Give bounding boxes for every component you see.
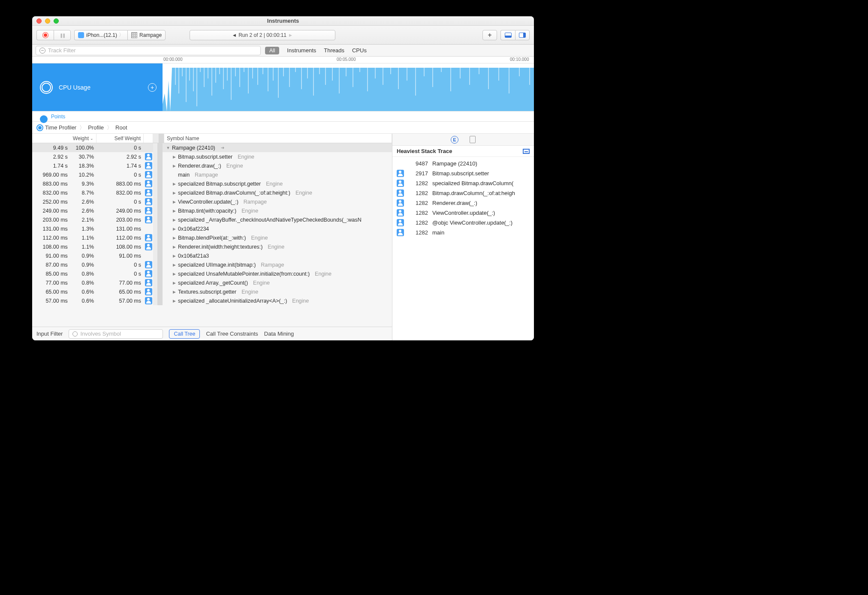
disclosure-triangle-icon[interactable]: ▶	[172, 182, 176, 186]
disclosure-triangle-icon[interactable]: ▶	[172, 254, 176, 258]
cpu-waveform[interactable]	[163, 63, 534, 111]
table-row[interactable]: 9.49 s100.0%0 s▼Rampage (22410)➜	[32, 143, 392, 152]
disclosure-triangle-icon[interactable]: ▶	[172, 200, 176, 204]
table-row[interactable]: 969.00 ms10.2%0 smainRampage	[32, 170, 392, 179]
disclosure-triangle-icon[interactable]: ▶	[172, 155, 176, 159]
toolbar: iPhon...(12.1)〉 Rampage ◀ Run 2 of 2 | 0…	[32, 26, 534, 45]
list-item[interactable]: 1282main	[392, 228, 534, 237]
user-code-icon	[145, 288, 152, 295]
window-title: Instruments	[32, 18, 534, 24]
scope-all[interactable]: All	[265, 47, 279, 54]
table-row[interactable]: 57.00 ms0.6%57.00 ms▶specialized _alloca…	[32, 296, 392, 305]
crumb-time-profiler[interactable]: Time Profiler	[45, 124, 76, 131]
scope-cpus[interactable]: CPUs	[352, 47, 367, 54]
timeline-ruler[interactable]: 00:00.000 00:05.000 00:10.000	[32, 57, 534, 63]
user-code-icon	[145, 243, 152, 250]
table-row[interactable]: 77.00 ms0.8%77.00 ms▶specialized Array._…	[32, 278, 392, 287]
user-code-icon	[145, 261, 152, 268]
table-row[interactable]: 108.00 ms1.1%108.00 ms▶Renderer.init(wid…	[32, 242, 392, 251]
disclosure-triangle-icon[interactable]: ▶	[172, 272, 176, 276]
inspector-header: Heaviest Stack Trace	[392, 146, 534, 157]
stack-icon[interactable]	[523, 149, 530, 154]
table-row[interactable]: 91.00 ms0.9%91.00 ms▶0x106af21a3	[32, 251, 392, 260]
involves-symbol-input[interactable]: Involves Symbol	[69, 329, 163, 339]
annotation-icon[interactable]: ➜	[220, 145, 226, 151]
next-run-icon[interactable]: ▶	[289, 33, 292, 37]
col-self-weight[interactable]: Self Weight	[96, 134, 144, 143]
add-track-icon[interactable]: +	[148, 83, 157, 92]
table-row[interactable]: 203.00 ms2.1%203.00 ms▶specialized _Arra…	[32, 215, 392, 224]
extended-detail-tab[interactable]: E	[451, 136, 458, 144]
table-row[interactable]: 832.00 ms8.7%832.00 ms▶specialized Bitma…	[32, 188, 392, 197]
device-selector[interactable]: iPhon...(12.1)〉	[74, 30, 127, 40]
titlebar: Instruments	[32, 16, 534, 26]
profiler-icon	[36, 124, 43, 131]
list-item[interactable]: 1282specialized Bitmap.drawColumn(	[392, 178, 534, 188]
col-weight[interactable]: Weight⌄	[32, 134, 96, 143]
list-item[interactable]: 9487Rampage (22410)	[392, 159, 534, 168]
disclosure-triangle-icon[interactable]: ▶	[172, 191, 176, 195]
table-row[interactable]: 1.74 s18.3%1.74 s▶Renderer.draw(_:)Engin…	[32, 161, 392, 170]
disclosure-triangle-icon[interactable]: ▶	[172, 281, 176, 285]
panel-toggle-segment	[500, 30, 530, 40]
tracks-area: CPU Usage +	[32, 63, 534, 122]
scope-instruments[interactable]: Instruments	[287, 47, 316, 54]
list-item[interactable]: 1282ViewController.update(_:)	[392, 208, 534, 218]
table-row[interactable]: 2.92 s30.7%2.92 s▶Bitmap.subscript.sette…	[32, 152, 392, 161]
disclosure-triangle-icon[interactable]: ▶	[172, 245, 176, 249]
call-tree-table: Weight⌄ Self Weight Symbol Name 9.49 s10…	[32, 134, 392, 340]
disclosure-triangle-icon[interactable]: ▶	[172, 299, 176, 303]
user-code-icon	[145, 207, 152, 214]
disclosure-triangle-icon[interactable]: ▶	[172, 227, 176, 231]
call-tree-constraints-button[interactable]: Call Tree Constraints	[206, 331, 258, 337]
points-track[interactable]: Points	[32, 111, 534, 122]
instruments-window: Instruments iPhon...(12.1)〉 Rampage ◀ Ru…	[32, 16, 534, 340]
list-item[interactable]: 2917Bitmap.subscript.setter	[392, 168, 534, 178]
table-row[interactable]: 131.00 ms1.3%131.00 ms▶0x106af2234	[32, 224, 392, 233]
col-symbol[interactable]: Symbol Name	[164, 134, 392, 143]
cpu-usage-track[interactable]: CPU Usage +	[32, 63, 534, 111]
disclosure-triangle-icon[interactable]: ▶	[172, 290, 176, 294]
table-row[interactable]: 112.00 ms1.1%112.00 ms▶Bitmap.blendPixel…	[32, 233, 392, 242]
list-item[interactable]: 1282Bitmap.drawColumn(_:of:at:heigh	[392, 188, 534, 198]
add-button[interactable]: +	[482, 30, 497, 40]
table-row[interactable]: 883.00 ms9.3%883.00 ms▶specialized Bitma…	[32, 179, 392, 188]
col-icon	[144, 134, 153, 143]
device-icon	[78, 32, 84, 38]
disclosure-triangle-icon[interactable]: ▶	[172, 209, 176, 213]
scope-tabs: All Instruments Threads CPUs	[265, 47, 367, 54]
disclosure-triangle-icon[interactable]: ▶	[172, 164, 176, 168]
prev-run-icon[interactable]: ◀	[233, 33, 236, 37]
table-row[interactable]: 65.00 ms0.6%65.00 ms▶Textures.subscript.…	[32, 287, 392, 296]
record-button[interactable]	[36, 30, 54, 40]
table-row[interactable]: 252.00 ms2.6%0 s▶ViewController.update(_…	[32, 197, 392, 206]
user-code-icon	[145, 270, 152, 277]
process-selector[interactable]: Rampage	[127, 30, 166, 40]
track-header[interactable]: CPU Usage +	[32, 63, 163, 111]
user-code-icon	[397, 170, 404, 177]
inspector-panel: E Heaviest Stack Trace 9487Rampage (2241…	[392, 134, 534, 340]
points-icon	[40, 115, 48, 123]
disclosure-triangle-icon[interactable]: ▶	[172, 263, 176, 267]
bottom-panel-icon	[505, 33, 512, 38]
call-tree-button[interactable]: Call Tree	[169, 329, 200, 339]
record-settings-tab[interactable]	[470, 136, 476, 143]
scope-threads[interactable]: Threads	[324, 47, 344, 54]
run-info[interactable]: ◀ Run 2 of 2 | 00:00:11 ▶	[190, 30, 335, 40]
track-filter-input[interactable]: Track Filter	[36, 46, 261, 55]
list-item[interactable]: 1282@objc ViewController.update(_:)	[392, 218, 534, 228]
data-mining-button[interactable]: Data Mining	[264, 331, 294, 337]
toggle-bottom-panel-button[interactable]	[500, 30, 515, 40]
disclosure-triangle-icon[interactable]: ▶	[172, 236, 176, 240]
table-row[interactable]: 85.00 ms0.8%0 s▶specialized UnsafeMutabl…	[32, 269, 392, 278]
pause-button[interactable]	[54, 30, 71, 40]
disclosure-triangle-icon[interactable]: ▼	[166, 146, 170, 150]
sort-desc-icon: ⌄	[90, 136, 93, 141]
toggle-side-panel-button[interactable]	[515, 30, 530, 40]
table-row[interactable]: 249.00 ms2.6%249.00 ms▶Bitmap.tint(with:…	[32, 206, 392, 215]
crumb-profile[interactable]: Profile	[88, 124, 104, 131]
disclosure-triangle-icon[interactable]: ▶	[172, 218, 176, 222]
list-item[interactable]: 1282Renderer.draw(_:)	[392, 198, 534, 208]
crumb-root[interactable]: Root	[115, 124, 127, 131]
table-row[interactable]: 87.00 ms0.9%0 s▶specialized UIImage.init…	[32, 260, 392, 269]
